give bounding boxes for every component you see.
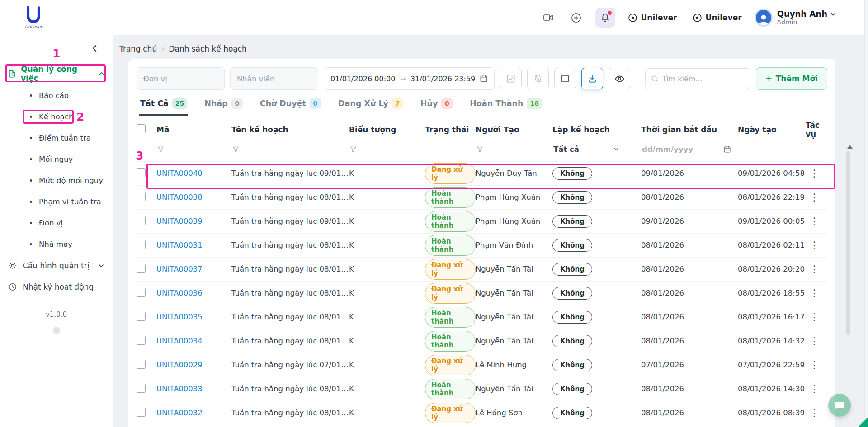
- filter-code[interactable]: [156, 144, 222, 158]
- sidebar-item-activity-log[interactable]: Nhật ký hoạt động: [0, 276, 113, 297]
- approve-button[interactable]: [500, 68, 522, 89]
- add-circle-button[interactable]: [567, 9, 585, 27]
- table-row[interactable]: UNITA00039 Tuần tra hằng ngày lúc 09/01/…: [137, 209, 827, 233]
- plan-code-link[interactable]: UNITA00036: [156, 289, 203, 297]
- filter-repeat-select[interactable]: Tất cả: [552, 144, 620, 158]
- row-actions-menu[interactable]: ⋮: [806, 192, 823, 203]
- plans-table: Mã Tên kế hoạch Biểu tượng Trạng thái Ng…: [137, 119, 827, 425]
- row-checkbox[interactable]: [137, 408, 146, 417]
- sidebar-item[interactable]: Kế hoạch: [0, 106, 113, 127]
- sidebar-item[interactable]: Đơn vị: [0, 212, 113, 234]
- filter-creator[interactable]: [476, 144, 545, 158]
- sidebar-item[interactable]: Nhà máy: [0, 234, 113, 255]
- circle-dot-icon: [693, 13, 702, 23]
- status-tab[interactable]: Tất Cả 25: [139, 95, 188, 116]
- table-scroll-up-arrow[interactable]: [847, 145, 853, 149]
- row-checkbox[interactable]: [137, 192, 146, 201]
- row-checkbox[interactable]: [137, 216, 146, 225]
- sidebar-collapse-button[interactable]: [91, 42, 103, 54]
- plan-code-link[interactable]: UNITA00031: [156, 241, 203, 249]
- plan-code-link[interactable]: UNITA00035: [156, 313, 203, 321]
- table-row[interactable]: UNITA00036 Tuần tra hằng ngày lúc 08/01/…: [137, 281, 827, 305]
- video-button[interactable]: [539, 9, 557, 27]
- row-actions-menu[interactable]: ⋮: [806, 239, 823, 251]
- row-checkbox[interactable]: [137, 168, 146, 177]
- funnel-icon: [476, 146, 483, 153]
- plan-code-link[interactable]: UNITA00037: [156, 265, 203, 273]
- sidebar-item[interactable]: Điểm tuần tra: [0, 127, 113, 149]
- unit-select[interactable]: Đơn vị: [137, 67, 225, 90]
- plan-code-link[interactable]: UNITA00029: [156, 361, 203, 369]
- creator-name: Nguyễn Duy Tân: [476, 169, 537, 178]
- sidebar-group-admin-config[interactable]: Cấu hình quản trị: [0, 255, 113, 276]
- table-row[interactable]: UNITA00032 Tuần tra hằng ngày lúc 08/01/…: [137, 401, 827, 425]
- row-actions-menu[interactable]: ⋮: [806, 311, 823, 323]
- row-checkbox[interactable]: [137, 288, 146, 297]
- table-row[interactable]: UNITA00031 Tuần tra hằng ngày lúc 08/01/…: [137, 233, 827, 257]
- status-tab[interactable]: Đang Xử Lý 7: [337, 95, 404, 116]
- status-tab[interactable]: Nháp 0: [203, 95, 243, 116]
- plan-code-link[interactable]: UNITA00039: [156, 217, 203, 225]
- table-row[interactable]: UNITA00035 Tuần tra hằng ngày lúc 08/01/…: [137, 305, 827, 329]
- table-row[interactable]: UNITA00038 Tuần tra hằng ngày lúc 08/01/…: [137, 185, 827, 209]
- row-checkbox[interactable]: [137, 360, 146, 369]
- plan-code-link[interactable]: UNITA00038: [156, 193, 203, 202]
- sidebar-item[interactable]: Báo cáo: [0, 85, 113, 106]
- plan-code-link[interactable]: UNITA00033: [156, 385, 203, 393]
- row-actions-menu[interactable]: ⋮: [806, 359, 823, 371]
- search-input[interactable]: [662, 75, 745, 83]
- date-range-picker[interactable]: 01/01/2026 00:00 → 31/01/2026 23:59: [324, 67, 495, 90]
- table-row[interactable]: UNITA00037 Tuần tra hằng ngày lúc 08/01/…: [137, 257, 827, 281]
- table-row[interactable]: UNITA00040 Tuần tra hằng ngày lúc 09/01/…: [137, 161, 827, 185]
- table-row[interactable]: UNITA00029 Tuần tra hằng ngày lúc 07/01/…: [137, 353, 827, 377]
- sidebar-group-work-management[interactable]: Quản lý công việc: [0, 65, 113, 82]
- row-checkbox[interactable]: [137, 240, 146, 249]
- sidebar-item[interactable]: Mức độ mối nguy: [0, 170, 113, 191]
- filter-icon-column[interactable]: [349, 144, 400, 158]
- repeat-badge: Không: [552, 191, 592, 204]
- filter-plan-name[interactable]: [231, 144, 321, 158]
- add-new-button[interactable]: + Thêm Mới: [756, 67, 827, 90]
- scroll-corner-handle[interactable]: [858, 417, 868, 427]
- breadcrumb-home[interactable]: Trang chủ: [119, 44, 157, 53]
- row-checkbox[interactable]: [137, 336, 146, 345]
- org-switcher-2[interactable]: Unilever: [690, 9, 745, 26]
- table-row[interactable]: UNITA00034 Tuần tra hằng ngày lúc 08/01/…: [137, 329, 827, 353]
- user-menu[interactable]: Quynh Anh Admin: [755, 9, 836, 27]
- plan-code-link[interactable]: UNITA00032: [156, 408, 203, 417]
- row-actions-menu[interactable]: ⋮: [806, 335, 823, 347]
- plan-icon-text: K: [349, 361, 354, 369]
- page-scrollbar[interactable]: [864, 0, 868, 427]
- row-checkbox[interactable]: [137, 264, 146, 273]
- mute-notifications-button[interactable]: [527, 68, 549, 89]
- filter-start-date-input[interactable]: dd/mm/yyyy: [641, 144, 732, 158]
- row-actions-menu[interactable]: ⋮: [806, 287, 823, 299]
- top-header: Unilever Unileve: [0, 0, 868, 35]
- select-all-checkbox[interactable]: [137, 124, 146, 133]
- plan-code-link[interactable]: UNITA00034: [156, 337, 203, 345]
- table-scrollbar-thumb[interactable]: [846, 151, 850, 335]
- org-switcher-1[interactable]: Unilever: [625, 9, 680, 26]
- row-actions-menu[interactable]: ⋮: [806, 263, 823, 275]
- row-checkbox[interactable]: [137, 384, 146, 393]
- sidebar-item[interactable]: Mối nguy: [0, 149, 113, 170]
- plan-code-link[interactable]: UNITA00040: [156, 169, 203, 178]
- export-download-button[interactable]: [581, 68, 603, 89]
- employee-select[interactable]: Nhân viên: [230, 67, 318, 90]
- status-tab[interactable]: Chờ Duyệt 0: [259, 95, 322, 116]
- status-tab[interactable]: Hủy 0: [420, 95, 454, 116]
- row-actions-menu[interactable]: ⋮: [806, 383, 823, 394]
- table-row[interactable]: UNITA00033 Tuần tra hằng ngày lúc 08/01/…: [137, 377, 827, 401]
- status-tab[interactable]: Hoàn Thành 18: [469, 95, 543, 116]
- sidebar-item[interactable]: Phạm vi tuần tra: [0, 191, 113, 212]
- plan-icon-text: K: [349, 313, 354, 321]
- chat-widget-button[interactable]: [828, 394, 851, 417]
- row-actions-menu[interactable]: ⋮: [806, 407, 823, 418]
- row-actions-menu[interactable]: ⋮: [806, 168, 823, 179]
- notifications-button[interactable]: [595, 8, 615, 28]
- row-actions-menu[interactable]: ⋮: [806, 216, 823, 227]
- row-checkbox[interactable]: [137, 312, 146, 321]
- arrow-right-icon: →: [400, 75, 406, 83]
- visibility-button[interactable]: [609, 68, 630, 89]
- select-mode-button[interactable]: [554, 68, 576, 89]
